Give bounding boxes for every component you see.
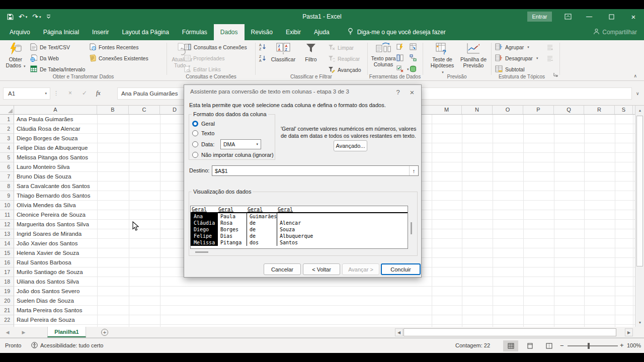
row-header-21[interactable]: 21	[0, 306, 14, 315]
sheet-tab-planilha1[interactable]: Planilha1	[47, 327, 86, 337]
row-header-4[interactable]: 4	[0, 143, 14, 153]
preview-column-separator[interactable]	[217, 213, 218, 246]
propriedades-button[interactable]: Propriedades	[184, 54, 224, 63]
column-header-A[interactable]: A	[14, 106, 97, 114]
column-header-C[interactable]: C	[129, 106, 160, 114]
de-tabela-intervalo-button[interactable]: De Tabela/Intervalo	[30, 65, 85, 74]
editar-links-button[interactable]: Editar Links	[184, 65, 221, 74]
scroll-right-icon[interactable]: ▶	[625, 328, 633, 336]
new-sheet-button[interactable]: +	[101, 329, 108, 336]
close-button[interactable]: ×	[626, 9, 641, 24]
agrupar-button[interactable]: Agrupar▾	[495, 43, 529, 52]
cancelar-button[interactable]: Cancelar	[264, 263, 301, 275]
table-row[interactable]: 22Raul Pereira de Souza	[0, 315, 635, 325]
horizontal-scroll-thumb[interactable]	[404, 328, 616, 336]
confirm-entry-icon[interactable]: ✓	[82, 89, 87, 97]
column-header-R[interactable]: R	[584, 106, 615, 114]
destino-input[interactable]	[212, 166, 409, 175]
row-header-11[interactable]: 11	[0, 210, 14, 220]
sheet-nav-right-icon[interactable]: ▶	[18, 327, 29, 338]
gerenciar-modelo-dados-button[interactable]	[410, 65, 417, 74]
table-row[interactable]: 20Suelen Dias de Souza	[0, 296, 635, 306]
row-header-8[interactable]: 8	[0, 182, 14, 191]
radio-geral[interactable]: Geral	[192, 120, 215, 127]
tab-dados[interactable]: Dados	[214, 24, 245, 40]
ribbon-display-options-icon[interactable]	[560, 9, 576, 24]
teste-de-hipoteses-button[interactable]: ? Teste de Hipóteses ▾	[429, 42, 456, 75]
data-preview[interactable]: GeralGeralGeralGeral Ana Paula Guimarães…	[190, 206, 408, 249]
preview-hscroll-thumb[interactable]	[195, 251, 208, 253]
table-row[interactable]: 18Uiliana dos Santos Silva	[0, 277, 635, 287]
table-row[interactable]: 19João dos Santos Severo	[0, 287, 635, 296]
zoom-level[interactable]: 100%	[627, 342, 641, 348]
tab-layout-da-pagina[interactable]: Layout da Página	[115, 24, 175, 40]
tab-arquivo[interactable]: Arquivo	[3, 24, 37, 40]
insert-function-icon[interactable]: fx	[96, 89, 101, 97]
row-header-16[interactable]: 16	[0, 258, 14, 267]
vertical-scrollbar[interactable]: ▲ ▼	[635, 106, 644, 327]
avancar-button[interactable]: Avançar >	[342, 263, 379, 275]
scroll-down-icon[interactable]: ▼	[635, 318, 644, 327]
mostrar-detalhe-icon[interactable]	[546, 43, 553, 52]
consolidar-button[interactable]	[410, 43, 417, 52]
tab-ajuda[interactable]: Ajuda	[307, 24, 336, 40]
radio-texto[interactable]: Texto	[192, 130, 214, 137]
zoom-slider[interactable]	[568, 345, 618, 346]
zoom-out-icon[interactable]: −	[560, 342, 564, 349]
limpar-button[interactable]: Limpar	[328, 43, 354, 52]
conexoes-existentes-button[interactable]: Conexões Existentes	[89, 54, 148, 63]
da-web-button[interactable]: Da Web	[30, 54, 59, 63]
row-header-19[interactable]: 19	[0, 287, 14, 296]
preview-column-separator[interactable]	[247, 213, 247, 246]
radio-nao-importar[interactable]: Não importar coluna (ignorar)	[192, 151, 274, 158]
row-header-13[interactable]: 13	[0, 229, 14, 239]
name-box-caret-icon[interactable]: ▾	[45, 92, 47, 96]
row-header-9[interactable]: 9	[0, 191, 14, 201]
tab-revisao[interactable]: Revisão	[245, 24, 279, 40]
avancado-button[interactable]: Avançado	[328, 65, 361, 74]
row-header-12[interactable]: 12	[0, 220, 14, 229]
row-header-2[interactable]: 2	[0, 124, 14, 134]
view-page-layout-button[interactable]	[522, 340, 537, 351]
ocultar-detalhe-icon[interactable]	[546, 54, 553, 63]
row-header-15[interactable]: 15	[0, 248, 14, 258]
select-all-corner[interactable]	[0, 106, 14, 114]
share-button[interactable]: Compartilhar	[593, 24, 637, 40]
column-header-N[interactable]: N	[462, 106, 493, 114]
texto-para-colunas-button[interactable]: Texto para Colunas	[369, 42, 397, 67]
zoom-in-icon[interactable]: +	[620, 341, 624, 349]
row-header-22[interactable]: 22	[0, 315, 14, 325]
accessibility-icon[interactable]	[31, 342, 38, 349]
row-header-10[interactable]: 10	[0, 201, 14, 210]
row-header-18[interactable]: 18	[0, 277, 14, 287]
column-header-P[interactable]: P	[523, 106, 554, 114]
tab-formulas[interactable]: Fórmulas	[176, 24, 214, 40]
desagrupar-button[interactable]: Desagrupar▾	[495, 54, 538, 63]
row-header-7[interactable]: 7	[0, 172, 14, 182]
consultas-conexoes-button[interactable]: Consultas e Conexões	[184, 43, 247, 52]
vertical-scroll-thumb[interactable]	[636, 116, 643, 266]
view-page-break-button[interactable]	[541, 340, 556, 351]
column-header-M[interactable]: M	[432, 106, 462, 114]
classificar-button[interactable]: ZAAZ Classificar	[270, 42, 297, 62]
sheet-nav-left-icon[interactable]: ◀	[2, 327, 13, 338]
sort-descending-button[interactable]: ZA	[259, 54, 267, 63]
dialog-help-icon[interactable]: ?	[392, 87, 404, 97]
range-selector-icon[interactable]: ↑	[409, 166, 418, 175]
table-row[interactable]: 21Marta Pereira dos Santos	[0, 306, 635, 315]
name-box[interactable]: A1 ▾	[3, 87, 50, 100]
row-header-6[interactable]: 6	[0, 162, 14, 172]
column-header-O[interactable]: O	[493, 106, 523, 114]
accessibility-status[interactable]: Acessibilidade: tudo certo	[40, 342, 103, 348]
sign-in-button[interactable]: Entrar	[527, 12, 552, 22]
dialog-close-icon[interactable]: ×	[407, 87, 418, 97]
obter-dados-button[interactable]: Obter Dados ▾	[4, 42, 27, 69]
remover-duplicatas-button[interactable]	[396, 54, 404, 63]
column-header-B[interactable]: B	[97, 106, 129, 114]
row-header-20[interactable]: 20	[0, 296, 14, 306]
relacoes-button[interactable]	[410, 54, 417, 63]
column-header-S[interactable]: S	[615, 106, 633, 114]
row-header-14[interactable]: 14	[0, 239, 14, 248]
preview-vscroll-thumb[interactable]	[411, 222, 412, 234]
fontes-recentes-button[interactable]: Fontes Recentes	[89, 43, 138, 52]
